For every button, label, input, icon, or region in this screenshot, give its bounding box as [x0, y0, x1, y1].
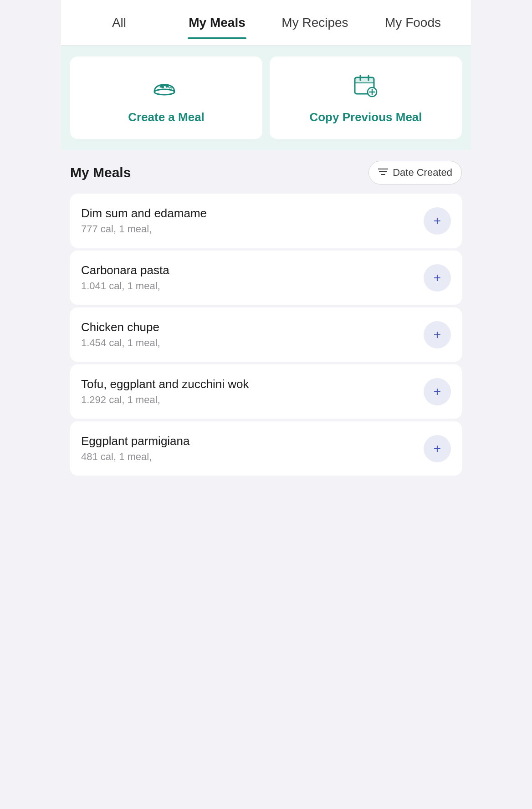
tab-all[interactable]: All: [70, 6, 168, 39]
meal-name: Dim sum and edamame: [81, 206, 416, 220]
plus-icon: +: [434, 328, 441, 341]
meal-list: Dim sum and edamame 777 cal, 1 meal, + C…: [70, 194, 462, 476]
meal-meta: 1.292 cal, 1 meal,: [81, 394, 416, 406]
add-meal-button[interactable]: +: [424, 378, 451, 405]
plus-icon: +: [434, 442, 441, 455]
sort-icon: [378, 167, 388, 179]
meal-item: Tofu, eggplant and zucchini wok 1.292 ca…: [70, 364, 462, 419]
meal-item: Dim sum and edamame 777 cal, 1 meal, +: [70, 194, 462, 248]
add-meal-button[interactable]: +: [424, 435, 451, 462]
sort-button[interactable]: Date Created: [368, 161, 462, 184]
create-meal-card[interactable]: Create a Meal: [70, 56, 262, 139]
plus-icon: +: [434, 271, 441, 284]
meal-name: Chicken chupe: [81, 320, 416, 334]
plus-icon: +: [434, 385, 441, 398]
copy-previous-meal-label: Copy Previous Meal: [309, 110, 422, 124]
add-meal-button[interactable]: +: [424, 264, 451, 292]
action-section: Create a Meal Copy Previous Meal: [61, 46, 471, 150]
svg-point-1: [161, 86, 164, 88]
tab-my-recipes[interactable]: My Recipes: [266, 6, 364, 39]
meals-header: My Meals Date Created: [70, 161, 462, 184]
meal-item: Eggplant parmigiana 481 cal, 1 meal, +: [70, 421, 462, 476]
meals-section: My Meals Date Created Dim sum and edamam…: [61, 150, 471, 487]
meal-icon: [152, 71, 181, 103]
meal-name: Tofu, eggplant and zucchini wok: [81, 377, 416, 391]
add-meal-button[interactable]: +: [424, 207, 451, 235]
tab-navigation: All My Meals My Recipes My Foods: [61, 0, 471, 46]
copy-previous-meal-card[interactable]: Copy Previous Meal: [270, 56, 462, 139]
meal-meta: 1.454 cal, 1 meal,: [81, 337, 416, 349]
meal-meta: 481 cal, 1 meal,: [81, 451, 416, 463]
meal-info: Eggplant parmigiana 481 cal, 1 meal,: [81, 434, 416, 463]
meals-section-title: My Meals: [70, 165, 131, 180]
meal-item: Chicken chupe 1.454 cal, 1 meal, +: [70, 307, 462, 362]
meal-info: Chicken chupe 1.454 cal, 1 meal,: [81, 320, 416, 349]
svg-point-0: [154, 89, 174, 95]
calendar-icon: [351, 71, 380, 103]
meal-meta: 777 cal, 1 meal,: [81, 223, 416, 235]
meal-item: Carbonara pasta 1.041 cal, 1 meal, +: [70, 251, 462, 305]
meal-meta: 1.041 cal, 1 meal,: [81, 280, 416, 292]
add-meal-button[interactable]: +: [424, 321, 451, 348]
tab-my-meals[interactable]: My Meals: [168, 6, 266, 39]
meal-info: Carbonara pasta 1.041 cal, 1 meal,: [81, 263, 416, 292]
meal-info: Dim sum and edamame 777 cal, 1 meal,: [81, 206, 416, 235]
svg-point-2: [166, 86, 168, 88]
meal-info: Tofu, eggplant and zucchini wok 1.292 ca…: [81, 377, 416, 406]
meal-name: Eggplant parmigiana: [81, 434, 416, 448]
meal-name: Carbonara pasta: [81, 263, 416, 277]
sort-label: Date Created: [393, 167, 452, 179]
svg-rect-4: [355, 77, 374, 83]
tab-my-foods[interactable]: My Foods: [364, 6, 462, 39]
plus-icon: +: [434, 215, 441, 227]
create-meal-label: Create a Meal: [128, 110, 205, 124]
